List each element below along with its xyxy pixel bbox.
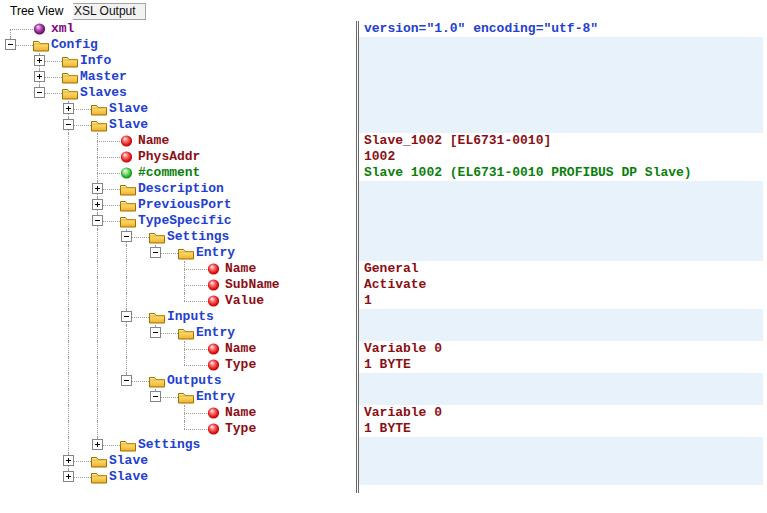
- tree-node-label[interactable]: Slave: [109, 117, 148, 133]
- tree-node-row[interactable]: SubName: [0, 277, 356, 293]
- tree-node-label[interactable]: Value: [225, 293, 264, 309]
- node-value-text: version="1.0" encoding="utf-8": [359, 21, 763, 37]
- tree-node-label[interactable]: SubName: [225, 277, 280, 293]
- tree-node-label[interactable]: Inputs: [167, 309, 214, 325]
- expand-toggle-minus[interactable]: [150, 391, 161, 402]
- expand-toggle-plus[interactable]: [92, 439, 103, 450]
- tree-node-label[interactable]: Name: [225, 341, 256, 357]
- tree-node-label[interactable]: Slave: [109, 101, 148, 117]
- folder-icon: [120, 199, 136, 213]
- tree-node-row[interactable]: Slave: [0, 453, 356, 469]
- expand-toggle-plus[interactable]: [34, 55, 45, 66]
- node-value-cell: Activate: [359, 277, 763, 293]
- expand-toggle-minus[interactable]: [150, 327, 161, 338]
- tree-node-row[interactable]: Slave: [0, 117, 356, 133]
- expand-toggle-minus[interactable]: [150, 247, 161, 258]
- expand-toggle-minus[interactable]: [121, 375, 132, 386]
- tree-node-row[interactable]: PhysAddr: [0, 149, 356, 165]
- tree-node-row[interactable]: Slave: [0, 469, 356, 485]
- tree-node-label[interactable]: Name: [225, 405, 256, 421]
- expand-toggle-plus[interactable]: [63, 103, 74, 114]
- tree-connector-line: [68, 309, 69, 325]
- tree-node-label[interactable]: PhysAddr: [138, 149, 200, 165]
- tree-node-label[interactable]: TypeSpecific: [138, 213, 232, 229]
- folder-icon: [62, 55, 78, 69]
- expand-toggle-minus[interactable]: [92, 215, 103, 226]
- tree-node-label[interactable]: Outputs: [167, 373, 222, 389]
- tree-node-label[interactable]: #comment: [138, 165, 200, 181]
- tree-node-row[interactable]: Info: [0, 53, 356, 69]
- tree-node-row[interactable]: PreviousPort: [0, 197, 356, 213]
- tree-node-row[interactable]: Description: [0, 181, 356, 197]
- tree-node-label[interactable]: Name: [225, 261, 256, 277]
- tab-xsl-output[interactable]: XSL Output: [64, 3, 146, 20]
- expand-toggle-minus[interactable]: [5, 39, 16, 50]
- tree-node-label[interactable]: Config: [51, 37, 98, 53]
- tree-connector-line: [184, 293, 185, 301]
- expand-toggle-minus[interactable]: [121, 311, 132, 322]
- tree-node-row[interactable]: Settings: [0, 229, 356, 245]
- node-value-cell: 1: [359, 293, 763, 309]
- tree-node-label[interactable]: Slaves: [80, 85, 127, 101]
- tree-node-label[interactable]: Entry: [196, 245, 235, 261]
- tree-node-row[interactable]: xml: [0, 21, 356, 37]
- tree-node-row[interactable]: Master: [0, 69, 356, 85]
- node-value-text: Variable 0: [359, 405, 763, 421]
- tree-node-label[interactable]: Entry: [196, 325, 235, 341]
- splitter[interactable]: [356, 21, 359, 493]
- tree-node-label[interactable]: Slave: [109, 469, 148, 485]
- expand-toggle-plus[interactable]: [92, 183, 103, 194]
- tree-node-row[interactable]: Name: [0, 341, 356, 357]
- tree-node-row[interactable]: Config: [0, 37, 356, 53]
- tree-node-row[interactable]: Inputs: [0, 309, 356, 325]
- tab-tree-view[interactable]: Tree View: [0, 2, 73, 21]
- expand-toggle-plus[interactable]: [63, 471, 74, 482]
- expand-toggle-plus[interactable]: [34, 71, 45, 82]
- node-value-text: 1 BYTE: [359, 357, 763, 373]
- expand-toggle-minus[interactable]: [63, 119, 74, 130]
- tree-node-row[interactable]: Entry: [0, 245, 356, 261]
- tree-connector-line: [97, 245, 98, 261]
- tree-node-row[interactable]: Name: [0, 405, 356, 421]
- tree-node-row[interactable]: Entry: [0, 389, 356, 405]
- expand-toggle-plus[interactable]: [63, 455, 74, 466]
- tree-node-label[interactable]: Description: [138, 181, 224, 197]
- tree-node-row[interactable]: Entry: [0, 325, 356, 341]
- node-value-text: 1: [359, 293, 763, 309]
- tree-node-label[interactable]: Info: [80, 53, 111, 69]
- xml-declaration-icon: [33, 22, 49, 36]
- tree-connector-line: [68, 341, 69, 357]
- tree-node-row[interactable]: Slaves: [0, 85, 356, 101]
- expand-toggle-minus[interactable]: [121, 231, 132, 242]
- folder-icon: [149, 231, 165, 245]
- tree-node-label[interactable]: Master: [80, 69, 127, 85]
- tree-node-row[interactable]: TypeSpecific: [0, 213, 356, 229]
- tree-connector-line: [126, 245, 127, 261]
- tree-node-label[interactable]: xml: [51, 21, 74, 37]
- tree-node-row[interactable]: #comment: [0, 165, 356, 181]
- tree-node-row[interactable]: Type: [0, 421, 356, 437]
- tree-node-row[interactable]: Name: [0, 261, 356, 277]
- tree-node-row[interactable]: Slave: [0, 101, 356, 117]
- tree-node-label[interactable]: Entry: [196, 389, 235, 405]
- tree-node-row[interactable]: Name: [0, 133, 356, 149]
- tree-connector-line: [126, 357, 127, 373]
- node-value-cell: 1002: [359, 149, 763, 165]
- tree-node-label[interactable]: Type: [225, 357, 256, 373]
- tree-node-row[interactable]: Settings: [0, 437, 356, 453]
- tree-node-label[interactable]: Type: [225, 421, 256, 437]
- tree-node-label[interactable]: Settings: [167, 229, 229, 245]
- folder-icon: [91, 455, 107, 469]
- expand-toggle-minus[interactable]: [34, 87, 45, 98]
- tree-node-label[interactable]: Name: [138, 133, 169, 149]
- tree-node-label[interactable]: PreviousPort: [138, 197, 232, 213]
- tree-node-label[interactable]: Settings: [138, 437, 200, 453]
- expand-toggle-plus[interactable]: [92, 199, 103, 210]
- tree-node-row[interactable]: Value: [0, 293, 356, 309]
- tree-node-row[interactable]: Type: [0, 357, 356, 373]
- tree-node-label[interactable]: Slave: [109, 453, 148, 469]
- node-value-cell: Variable 0: [359, 341, 763, 357]
- tree-node-row[interactable]: Outputs: [0, 373, 356, 389]
- node-value-cell: [359, 213, 763, 229]
- tree-connector-line: [68, 325, 69, 341]
